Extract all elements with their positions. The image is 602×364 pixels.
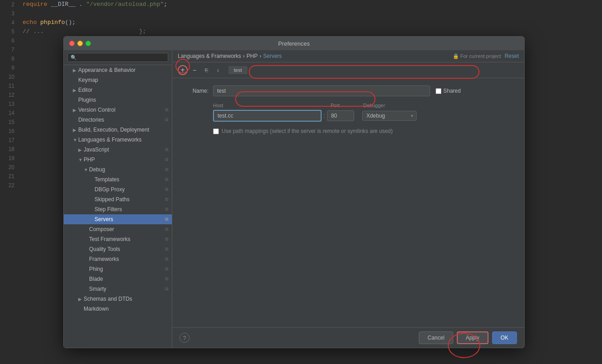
search-input[interactable] xyxy=(67,53,168,62)
name-input[interactable] xyxy=(213,85,430,96)
copy-icon: ⧉ xyxy=(165,167,168,172)
port-input[interactable] xyxy=(327,110,354,121)
sidebar-item-languages-frameworks[interactable]: ▼ Languages & Frameworks xyxy=(64,135,172,145)
add-server-button[interactable]: + xyxy=(178,65,188,75)
cancel-button[interactable]: Cancel xyxy=(419,331,453,344)
sidebar-item-smarty[interactable]: Smarty ⧉ xyxy=(64,284,172,294)
sidebar-item-label: Templates xyxy=(95,176,119,183)
apply-button[interactable]: Apply xyxy=(457,331,488,344)
sidebar-item-phing[interactable]: Phing ⧉ xyxy=(64,264,172,274)
sidebar-item-label: Build, Execution, Deployment xyxy=(78,127,149,133)
expand-icon: ▶ xyxy=(73,108,77,113)
sidebar-item-label: DBGp Proxy xyxy=(95,186,125,193)
move-server-button[interactable]: ↕ xyxy=(213,65,223,75)
host-input[interactable] xyxy=(213,110,322,122)
help-button[interactable]: ? xyxy=(180,333,190,343)
sidebar-item-dbgp-proxy[interactable]: DBGp Proxy ⧉ xyxy=(64,184,172,194)
debugger-select[interactable]: Xdebug Zend Debugger xyxy=(362,111,417,121)
copy-icon: ⧉ xyxy=(165,107,168,113)
sidebar-item-quality-tools[interactable]: Quality Tools ⧉ xyxy=(64,244,172,254)
sidebar-item-label: Quality Tools xyxy=(89,246,120,252)
sidebar-item-label: Markdown xyxy=(84,306,109,312)
sidebar-item-label: Plugins xyxy=(78,97,96,103)
sidebar-item-step-filters[interactable]: Step Filters ⧉ xyxy=(64,204,172,214)
sidebar-item-label: Debug xyxy=(89,166,105,173)
sidebar-item-appearance-behavior[interactable]: ▶ Appearance & Behavior xyxy=(64,65,172,75)
sidebar-item-schemas-dtds[interactable]: ▶ Schemas and DTDs xyxy=(64,294,172,304)
line-numbers: 2 3 4 5 6 7 8 9 10 11 12 13 14 15 16 17 … xyxy=(0,0,18,190)
path-mapping-checkbox[interactable] xyxy=(213,128,219,134)
sidebar-item-label: Appearance & Behavior xyxy=(78,67,136,73)
sidebar-item-markdown[interactable]: Markdown xyxy=(64,304,172,314)
sidebar-item-build-execution[interactable]: ▶ Build, Execution, Deployment xyxy=(64,125,172,135)
sidebar-item-label: JavaScript xyxy=(84,147,109,153)
copy-server-button[interactable]: ⎘ xyxy=(201,65,211,75)
copy-icon: ⧉ xyxy=(165,227,168,232)
sidebar-search-container xyxy=(64,50,172,65)
debugger-col-header: Debugger xyxy=(363,103,385,108)
sidebar-item-composer[interactable]: Composer ⧉ xyxy=(64,224,172,234)
sidebar-item-test-frameworks[interactable]: Test Frameworks ⧉ xyxy=(64,234,172,244)
sidebar-item-debug[interactable]: ▼ Debug ⧉ xyxy=(64,165,172,175)
breadcrumb-bar: Languages & Frameworks › PHP › Servers 🔒… xyxy=(172,50,524,62)
sidebar-item-label: Skipped Paths xyxy=(95,196,129,203)
sidebar-item-label: PHP xyxy=(84,156,95,163)
copy-icon: ⧉ xyxy=(165,246,168,252)
expand-icon: ▶ xyxy=(78,147,83,152)
server-form: Name: Shared Host Port Debugger xyxy=(172,78,524,327)
remove-server-button[interactable]: − xyxy=(190,65,199,75)
expand-icon: ▼ xyxy=(78,157,83,162)
copy-icon: ⧉ xyxy=(165,286,168,292)
sidebar-item-plugins[interactable]: Plugins xyxy=(64,95,172,105)
host-col-header: Host xyxy=(213,103,322,108)
shared-label: Shared xyxy=(436,88,461,94)
preferences-dialog: Preferences ▶ Appearance & Behavior Keym… xyxy=(63,36,525,348)
sidebar-item-php[interactable]: ▼ PHP ⧉ xyxy=(64,155,172,165)
sidebar-item-label: Test Frameworks xyxy=(89,236,130,242)
expand-icon: ▶ xyxy=(73,128,77,132)
expand-icon: ▶ xyxy=(73,88,77,93)
close-button[interactable] xyxy=(69,41,75,46)
expand-icon: ▼ xyxy=(84,167,88,172)
sidebar-item-frameworks[interactable]: Frameworks ⧉ xyxy=(64,254,172,264)
sidebar-item-version-control[interactable]: ▶ Version Control ⧉ xyxy=(64,105,172,115)
sidebar-item-label: Frameworks xyxy=(89,256,119,262)
debugger-select-wrapper: Xdebug Zend Debugger xyxy=(362,111,417,121)
sidebar-item-templates[interactable]: Templates ⧉ xyxy=(64,175,172,184)
copy-icon: ⧉ xyxy=(165,256,168,262)
breadcrumb-part2: PHP xyxy=(246,53,258,59)
copy-icon: ⧉ xyxy=(165,157,168,162)
maximize-button[interactable] xyxy=(85,41,91,46)
dialog-footer: ? Cancel Apply OK xyxy=(172,327,524,348)
sidebar-item-servers[interactable]: Servers ⧉ xyxy=(64,214,172,224)
dialog-body: ▶ Appearance & Behavior Keymap ▶ Editor … xyxy=(64,50,524,348)
breadcrumb-part1: Languages & Frameworks xyxy=(178,53,241,59)
sidebar-item-blade[interactable]: Blade ⧉ xyxy=(64,274,172,284)
sidebar-item-label: Keymap xyxy=(78,77,98,83)
breadcrumb-part3: Servers xyxy=(263,53,282,59)
breadcrumb: Languages & Frameworks › PHP › Servers xyxy=(178,53,282,59)
path-mapping-text: Use path mappings (select if the server … xyxy=(222,128,393,134)
expand-icon: ▶ xyxy=(78,297,83,302)
breadcrumb-sep2: › xyxy=(260,53,261,59)
sidebar-item-skipped-paths[interactable]: Skipped Paths ⧉ xyxy=(64,194,172,204)
sidebar: ▶ Appearance & Behavior Keymap ▶ Editor … xyxy=(64,50,172,348)
content-area: Languages & Frameworks › PHP › Servers 🔒… xyxy=(172,50,524,348)
sidebar-item-editor[interactable]: ▶ Editor xyxy=(64,85,172,95)
sidebar-item-label: Smarty xyxy=(89,286,106,292)
sidebar-item-directories[interactable]: Directories ⧉ xyxy=(64,115,172,125)
reset-button[interactable]: Reset xyxy=(505,53,519,59)
sidebar-item-javascript[interactable]: ▶ JavaScript ⧉ xyxy=(64,145,172,155)
host-port-row: : Xdebug Zend Debugger xyxy=(181,110,515,122)
ok-button[interactable]: OK xyxy=(492,331,517,344)
sidebar-item-label: Languages & Frameworks xyxy=(78,137,142,143)
copy-icon: ⧉ xyxy=(165,187,168,192)
shared-checkbox[interactable] xyxy=(436,88,441,94)
servers-toolbar: + − ⎘ ↕ test xyxy=(172,62,524,78)
sidebar-item-keymap[interactable]: Keymap xyxy=(64,75,172,85)
minimize-button[interactable] xyxy=(77,41,83,46)
for-current-project-label: 🔒 For current project xyxy=(453,53,501,59)
server-tab: test xyxy=(228,66,247,74)
path-mapping-row: Use path mappings (select if the server … xyxy=(181,128,515,134)
copy-icon: ⧉ xyxy=(165,217,168,222)
